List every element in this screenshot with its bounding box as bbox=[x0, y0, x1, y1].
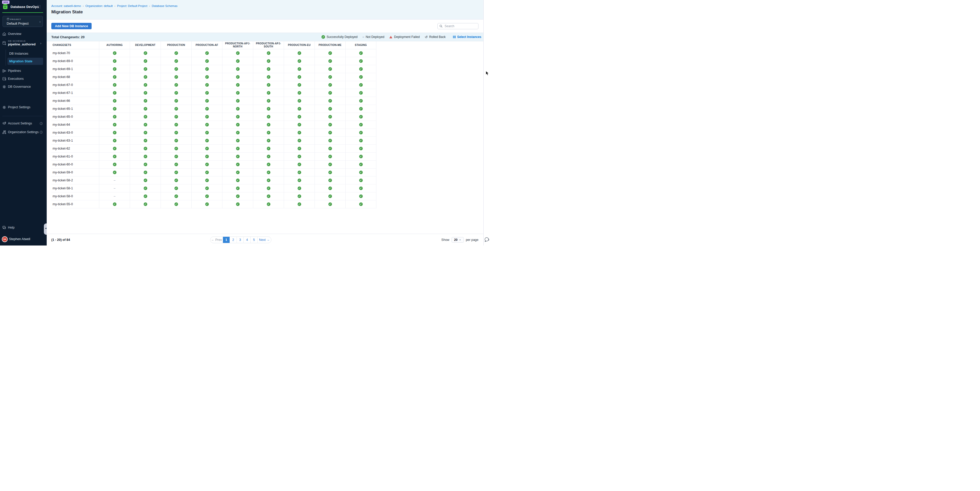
status-cell bbox=[192, 89, 223, 97]
success-check-icon bbox=[144, 59, 147, 63]
sidebar-item-account-settings[interactable]: Account Settings i bbox=[0, 120, 47, 127]
status-cell bbox=[253, 160, 284, 168]
settings-gear-icon bbox=[2, 105, 6, 109]
success-check-icon bbox=[144, 163, 147, 166]
app-switcher-grid-icon[interactable] bbox=[37, 5, 41, 8]
success-check-icon bbox=[236, 163, 240, 166]
success-check-icon bbox=[175, 107, 178, 111]
table-row: my-ticket-69-0 bbox=[51, 57, 376, 65]
status-cell bbox=[130, 65, 161, 73]
page-size-select[interactable]: 20 ▼ bbox=[452, 237, 464, 243]
page-4-button[interactable]: 4 bbox=[243, 237, 250, 243]
help-button[interactable]: ? Help bbox=[0, 224, 47, 231]
success-check-icon bbox=[298, 59, 301, 63]
success-check-icon bbox=[298, 75, 301, 79]
breadcrumb-project-link[interactable]: Project: Default Project bbox=[117, 4, 148, 8]
info-icon[interactable]: i bbox=[40, 131, 43, 133]
status-cell bbox=[99, 160, 130, 168]
success-check-icon bbox=[205, 171, 209, 174]
table-row: my-ticket-63-1 bbox=[51, 137, 376, 145]
success-check-icon bbox=[144, 171, 147, 174]
status-cell bbox=[223, 121, 253, 129]
sidebar-item-project-settings[interactable]: Project Settings bbox=[0, 104, 47, 111]
success-check-icon bbox=[113, 163, 116, 166]
select-instances-button[interactable]: Select Instances bbox=[453, 35, 481, 39]
status-cell bbox=[345, 81, 376, 89]
status-cell bbox=[284, 49, 315, 57]
changeset-name: my-ticket-66 bbox=[51, 97, 99, 105]
page-5-button[interactable]: 5 bbox=[250, 237, 257, 243]
project-selector[interactable]: PROJECT Default Project › bbox=[3, 16, 43, 27]
status-cell bbox=[315, 65, 345, 73]
page-2-button[interactable]: 2 bbox=[230, 237, 237, 243]
sidebar-item-pipelines[interactable]: Pipelines bbox=[0, 67, 47, 74]
status-cell bbox=[253, 153, 284, 160]
status-cell bbox=[315, 200, 345, 208]
success-check-icon bbox=[359, 202, 363, 206]
success-check-icon bbox=[359, 155, 363, 158]
next-page-button[interactable]: Next bbox=[257, 237, 271, 243]
sidebar-item-migration-state[interactable]: Migration State bbox=[8, 58, 43, 65]
sidebar-item-db-schemas[interactable]: DB SCHEMAS pipeline_authored › bbox=[0, 39, 47, 48]
success-check-icon bbox=[328, 163, 332, 166]
success-check-icon bbox=[144, 139, 147, 142]
breadcrumb-account-link[interactable]: Account: satwell-demo bbox=[51, 4, 81, 8]
success-check-icon bbox=[144, 91, 147, 95]
changeset-name: my-ticket-64 bbox=[51, 121, 99, 129]
status-cell bbox=[315, 105, 345, 113]
success-check-icon bbox=[267, 131, 270, 134]
page-3-button[interactable]: 3 bbox=[237, 237, 243, 243]
page-1-button[interactable]: 1 bbox=[223, 237, 230, 243]
user-menu[interactable]: SA Stephen Atwell bbox=[0, 236, 47, 242]
sidebar: ∞ NEW Database DevOps PROJECT Default Pr… bbox=[0, 0, 47, 246]
success-check-icon bbox=[144, 115, 147, 119]
sidebar-item-executions[interactable]: Executions bbox=[0, 75, 47, 82]
status-cell bbox=[130, 73, 161, 81]
sidebar-item-db-instances[interactable]: DB Instances bbox=[8, 50, 43, 57]
success-check-icon bbox=[175, 163, 178, 166]
status-cell bbox=[130, 97, 161, 105]
status-cell bbox=[284, 65, 315, 73]
breadcrumb: Account: satwell-demo › Organization: de… bbox=[51, 4, 178, 8]
not-deployed-dash-icon: – bbox=[363, 35, 364, 39]
success-check-icon bbox=[175, 123, 178, 127]
status-cell bbox=[99, 73, 130, 81]
success-check-icon bbox=[144, 155, 147, 158]
success-check-icon bbox=[236, 107, 240, 111]
status-cell bbox=[315, 168, 345, 176]
project-label: PROJECT bbox=[10, 18, 21, 21]
sidebar-item-overview[interactable]: Overview bbox=[0, 30, 47, 37]
status-cell bbox=[161, 57, 192, 65]
column-header: PRODUCTION-APJ-SOUTH bbox=[253, 41, 284, 49]
search-input[interactable] bbox=[444, 24, 476, 28]
scrollbar-track[interactable] bbox=[483, 0, 490, 246]
breadcrumb-organization-link[interactable]: Organization: default bbox=[86, 4, 113, 8]
status-legend: Successfully Deployed – Not Deployed Dep… bbox=[321, 35, 481, 39]
status-cell bbox=[253, 129, 284, 137]
status-cell bbox=[284, 129, 315, 137]
status-cell bbox=[315, 145, 345, 153]
sidebar-item-organization-settings[interactable]: Organization Settings i bbox=[0, 129, 47, 135]
sidebar-collapse-handle[interactable] bbox=[44, 223, 47, 235]
status-cell bbox=[253, 145, 284, 153]
table-row: my-ticket-70 bbox=[51, 49, 376, 57]
svg-text:∞: ∞ bbox=[4, 5, 6, 8]
sidebar-item-db-governance[interactable]: DB Governance bbox=[0, 83, 47, 90]
success-check-icon bbox=[236, 178, 240, 182]
status-cell bbox=[315, 121, 345, 129]
status-cell bbox=[315, 73, 345, 81]
status-cell bbox=[99, 113, 130, 121]
success-check-icon bbox=[359, 67, 363, 71]
per-page-label: per page bbox=[466, 238, 479, 242]
prev-page-button[interactable]: Prev bbox=[210, 237, 223, 243]
breadcrumb-database-schemas-link[interactable]: Database Schemas bbox=[152, 4, 177, 8]
feedback-chat-icon[interactable] bbox=[484, 237, 490, 242]
success-check-icon bbox=[267, 83, 270, 87]
add-new-db-instance-button[interactable]: Add New DB Instance bbox=[51, 23, 92, 29]
legend-not-deployed: – Not Deployed bbox=[363, 35, 384, 39]
info-icon[interactable]: i bbox=[40, 122, 43, 125]
table-row: my-ticket-60-0 bbox=[51, 160, 376, 168]
status-cell bbox=[99, 129, 130, 137]
pipelines-icon bbox=[2, 69, 6, 73]
success-check-icon bbox=[328, 115, 332, 119]
